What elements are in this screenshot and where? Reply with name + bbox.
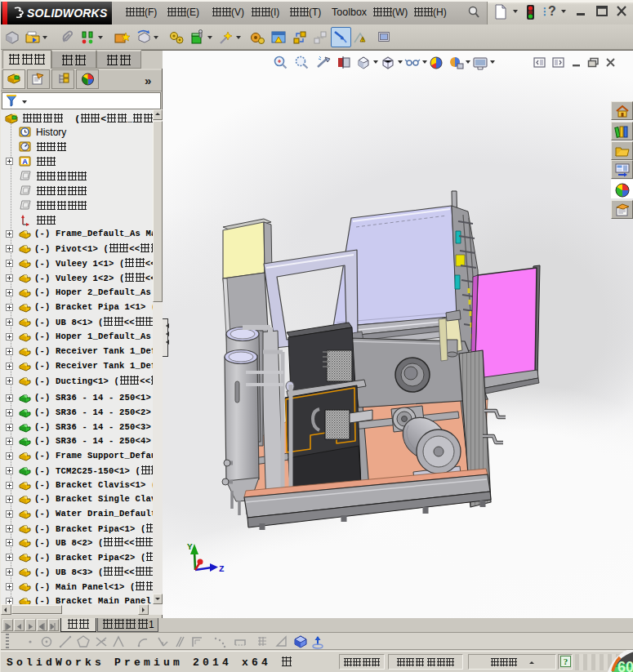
svg-text:A: A [22,158,28,166]
svg-text:Y: Y [187,542,193,552]
svg-text:?: ? [563,656,568,666]
svg-text:Z: Z [219,564,225,574]
svg-text:!: ! [362,38,363,42]
svg-text:60: 60 [617,659,633,672]
